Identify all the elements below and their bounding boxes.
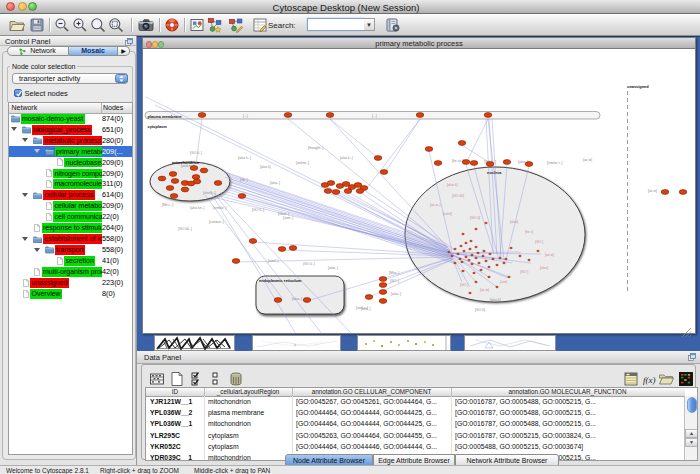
table-row-YKR052C[interactable]: YKR052Ccytoplasm[GO:0044464, GO:0044446,… — [146, 441, 684, 452]
network-node[interactable] — [327, 181, 335, 186]
network-node[interactable] — [379, 299, 387, 304]
scroll-up-button[interactable]: ▲ — [685, 429, 698, 438]
network-node[interactable] — [416, 113, 424, 118]
network-node[interactable] — [374, 156, 382, 161]
search-settings-button[interactable] — [385, 17, 401, 33]
network-node[interactable] — [278, 247, 286, 252]
tree-row-establishment-of-localizatio[interactable]: establishment of localization558(0) — [9, 234, 133, 245]
network-node-small[interactable] — [448, 251, 451, 253]
scroll-down-button[interactable]: ▼ — [685, 438, 698, 447]
network-node[interactable] — [661, 190, 669, 195]
table-row-YPL036W__2[interactable]: YPL036W__2plasma membrane[GO:0044464, GO… — [146, 407, 684, 418]
network-node-small[interactable] — [519, 255, 522, 257]
network-node[interactable] — [158, 176, 166, 181]
network-node[interactable] — [379, 277, 387, 282]
background-window-4[interactable] — [464, 335, 556, 351]
network-node[interactable] — [679, 190, 687, 195]
network-node[interactable] — [462, 160, 470, 165]
zoom-in-button[interactable] — [72, 17, 88, 33]
network-node[interactable] — [192, 175, 200, 180]
network-node[interactable] — [484, 113, 492, 118]
unselect-attributes-button[interactable] — [209, 371, 225, 387]
network-edge[interactable] — [386, 119, 420, 171]
network-node-small[interactable] — [485, 222, 488, 224]
network-node[interactable] — [458, 141, 466, 146]
network-node-small[interactable] — [488, 276, 491, 278]
network-node[interactable] — [365, 295, 373, 300]
background-window-1[interactable] — [154, 335, 235, 351]
network-node-small[interactable] — [471, 263, 474, 265]
network-node[interactable] — [486, 162, 494, 167]
network-node-small[interactable] — [483, 250, 486, 252]
tree-row-secretion[interactable]: secretion41(0) — [9, 256, 133, 267]
network-node-small[interactable] — [496, 264, 499, 266]
help-ring-button[interactable] — [164, 17, 180, 33]
network-node[interactable] — [187, 181, 195, 186]
select-attributes-button[interactable] — [190, 371, 206, 387]
disclosure-triangle-icon[interactable] — [22, 237, 28, 241]
tree-row-multi-organism-process[interactable]: multi-organism process42(0) — [9, 267, 133, 278]
network-node[interactable] — [380, 170, 388, 175]
network-node[interactable] — [232, 259, 240, 264]
disclosure-triangle-icon[interactable] — [22, 193, 28, 197]
window-titlebar[interactable]: Cytoscape Desktop (New Session) — [0, 0, 700, 14]
attribute-table[interactable]: ID_cellularLayoutRegionannotation.GO CEL… — [145, 387, 698, 461]
network-node[interactable] — [198, 113, 206, 118]
disclosure-triangle-icon[interactable] — [22, 138, 28, 142]
network-edge[interactable] — [330, 119, 377, 157]
network-node-small[interactable] — [482, 255, 485, 257]
function-builder-button[interactable]: f(x) — [641, 371, 657, 387]
attribute-editor-button[interactable] — [623, 371, 639, 387]
delete-attribute-button[interactable] — [228, 371, 244, 387]
background-window-3[interactable] — [357, 335, 451, 351]
network-node[interactable] — [379, 283, 387, 288]
network-node-small[interactable] — [528, 259, 531, 261]
zoom-selected-button[interactable] — [90, 17, 106, 33]
table-row-YPL036W__1[interactable]: YPL036W__1mitochondrion[GO:0044464, GO:0… — [146, 418, 684, 429]
tree-row-nitrogen-compound-metabolic-[interactable]: nitrogen compound metabolic process209(0… — [9, 168, 133, 179]
tree-row-cellular-process[interactable]: cellular process614(0) — [9, 190, 133, 201]
tree-row-unassigned[interactable]: unassigned223(0) — [9, 278, 133, 289]
network-node-small[interactable] — [454, 262, 457, 264]
network-node-small[interactable] — [470, 240, 473, 242]
network-node[interactable] — [425, 147, 433, 152]
save-button[interactable] — [29, 17, 45, 33]
network-node-small[interactable] — [454, 248, 457, 250]
network-node[interactable] — [525, 162, 533, 167]
network-node-small[interactable] — [459, 258, 462, 260]
tree-column-nodes[interactable]: Nodes — [103, 104, 123, 111]
network-node-small[interactable] — [475, 257, 478, 259]
tree-row-metabolic-process[interactable]: metabolic process280(0) — [9, 135, 133, 146]
network-window-titlebar[interactable]: primary metabolic process — [143, 38, 695, 49]
network-node-small[interactable] — [537, 250, 540, 252]
network-node-small[interactable] — [478, 262, 481, 264]
tree-row-response-to-stimulus[interactable]: response to stimulus264(0) — [9, 223, 133, 234]
annotation-button[interactable] — [189, 17, 205, 33]
tree-row-overview[interactable]: Overview8(0) — [9, 288, 133, 299]
combobox-stepper-icon[interactable] — [115, 74, 128, 84]
network-node[interactable] — [503, 160, 511, 165]
tree-row-nucleobase-containing-compou[interactable]: nucleobase-containing compound metabolic… — [9, 157, 133, 168]
network-node[interactable] — [166, 186, 174, 191]
network-node[interactable] — [284, 113, 292, 118]
network-node-small[interactable] — [471, 254, 474, 256]
network-node-small[interactable] — [477, 252, 480, 254]
network-node-small[interactable] — [457, 253, 460, 255]
heatmap-button[interactable] — [678, 371, 694, 387]
network-node-small[interactable] — [462, 233, 465, 235]
network-node-small[interactable] — [480, 269, 483, 271]
resize-grip-icon[interactable] — [682, 328, 692, 337]
tree-row-mosaic-demo-yeast[interactable]: mosaic-demo-yeast874(0) — [9, 113, 133, 124]
tree-row-primary-metabolic-process[interactable]: primary metabolic process209(... — [9, 146, 133, 157]
network-node-small[interactable] — [468, 259, 471, 261]
select-nodes-checkbox[interactable] — [14, 89, 23, 98]
network-node-small[interactable] — [510, 247, 513, 249]
edit-attributes-button[interactable] — [252, 17, 268, 33]
snapshot-camera-button[interactable] — [138, 17, 154, 33]
network-node[interactable] — [289, 246, 297, 251]
background-window-2[interactable] — [252, 335, 341, 351]
network-node-small[interactable] — [475, 281, 478, 283]
network-canvas[interactable]: plasma membranecytoplasmmitochondrionnuc… — [143, 49, 695, 333]
new-attribute-button[interactable] — [169, 371, 185, 387]
network-node-small[interactable] — [461, 261, 464, 263]
